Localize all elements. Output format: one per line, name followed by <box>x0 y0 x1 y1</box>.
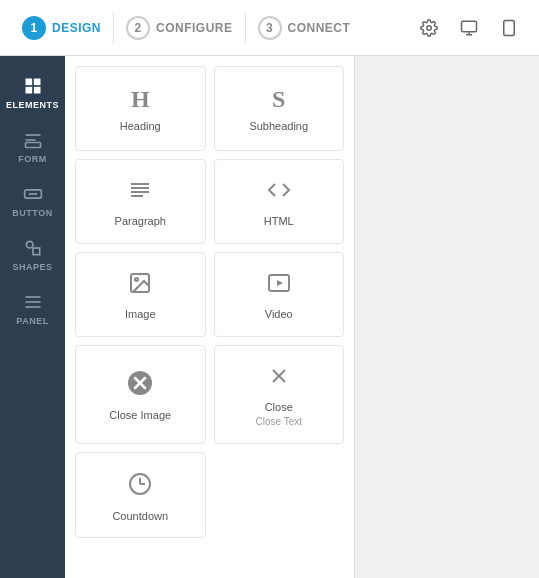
element-close-image-label: Close Image <box>109 408 171 422</box>
sidebar-item-shapes[interactable]: SHAPES <box>0 228 65 282</box>
sidebar-item-elements[interactable]: ELEMENTS <box>0 66 65 120</box>
gear-icon <box>420 19 438 37</box>
panel-icon <box>23 292 43 312</box>
element-video[interactable]: Video <box>214 252 345 337</box>
svg-point-25 <box>135 278 138 281</box>
nav-step-connect[interactable]: 3 CONNECT <box>246 0 363 55</box>
form-icon <box>23 130 43 150</box>
desktop-icon <box>460 19 478 37</box>
shapes-icon <box>23 238 43 258</box>
sidebar-label-shapes: SHAPES <box>12 262 52 272</box>
sidebar-item-form[interactable]: FORM <box>0 120 65 174</box>
svg-point-15 <box>26 241 33 248</box>
svg-marker-27 <box>277 280 283 286</box>
elements-panel: H Heading S Subheading Paragraph <box>65 56 355 578</box>
step-label-design: DESIGN <box>52 21 101 35</box>
element-subheading-label: Subheading <box>249 119 308 133</box>
sidebar-label-form: FORM <box>18 154 47 164</box>
svg-rect-8 <box>25 87 32 94</box>
html-icon <box>267 178 291 206</box>
element-subheading[interactable]: S Subheading <box>214 66 345 151</box>
step-label-configure: CONFIGURE <box>156 21 233 35</box>
step-num-3: 3 <box>258 16 282 40</box>
close-text-icon <box>267 364 291 392</box>
sidebar-label-button: BUTTON <box>12 208 52 218</box>
element-heading-label: Heading <box>120 119 161 133</box>
button-icon <box>23 184 43 204</box>
element-countdown[interactable]: Countdown <box>75 452 206 538</box>
element-close-text-label: Close Close Text <box>255 400 302 429</box>
element-close-text[interactable]: Close Close Text <box>214 345 345 444</box>
sidebar-item-button[interactable]: BUTTON <box>0 174 65 228</box>
top-nav: 1 DESIGN 2 CONFIGURE 3 CONNECT <box>0 0 539 56</box>
sidebar-label-panel: PANEL <box>16 316 48 326</box>
image-icon <box>128 271 152 299</box>
svg-point-0 <box>427 25 432 30</box>
sidebar: ELEMENTS FORM BUTTON SHAPES PANEL <box>0 56 65 578</box>
element-image[interactable]: Image <box>75 252 206 337</box>
paragraph-icon <box>128 178 152 206</box>
nav-step-design[interactable]: 1 DESIGN <box>10 0 113 55</box>
mobile-icon <box>500 19 518 37</box>
step-num-1: 1 <box>22 16 46 40</box>
preview-area <box>355 56 539 578</box>
close-image-icon <box>127 370 153 400</box>
element-countdown-label: Countdown <box>112 509 168 523</box>
desktop-view-button[interactable] <box>449 8 489 48</box>
svg-rect-1 <box>462 21 477 32</box>
elements-icon <box>23 76 43 96</box>
mobile-view-button[interactable] <box>489 8 529 48</box>
element-close-image[interactable]: Close Image <box>75 345 206 444</box>
settings-button[interactable] <box>409 8 449 48</box>
svg-rect-6 <box>25 79 32 86</box>
element-image-label: Image <box>125 307 156 321</box>
svg-rect-7 <box>33 79 40 86</box>
element-html[interactable]: HTML <box>214 159 345 244</box>
svg-rect-16 <box>33 248 40 255</box>
svg-rect-12 <box>25 143 40 148</box>
element-paragraph-label: Paragraph <box>115 214 166 228</box>
element-video-label: Video <box>265 307 293 321</box>
element-close-sublabel: Close Text <box>255 416 302 427</box>
step-label-connect: CONNECT <box>288 21 351 35</box>
elements-grid: H Heading S Subheading Paragraph <box>75 66 344 538</box>
element-html-label: HTML <box>264 214 294 228</box>
sidebar-label-elements: ELEMENTS <box>6 100 59 110</box>
heading-icon: H <box>131 87 150 111</box>
step-num-2: 2 <box>126 16 150 40</box>
element-heading[interactable]: H Heading <box>75 66 206 151</box>
subheading-icon: S <box>272 87 285 111</box>
element-paragraph[interactable]: Paragraph <box>75 159 206 244</box>
nav-step-configure[interactable]: 2 CONFIGURE <box>114 0 245 55</box>
video-icon <box>267 271 291 299</box>
countdown-icon <box>127 471 153 501</box>
main-content: ELEMENTS FORM BUTTON SHAPES PANEL <box>0 56 539 578</box>
sidebar-item-panel[interactable]: PANEL <box>0 282 65 336</box>
svg-rect-9 <box>33 87 40 94</box>
